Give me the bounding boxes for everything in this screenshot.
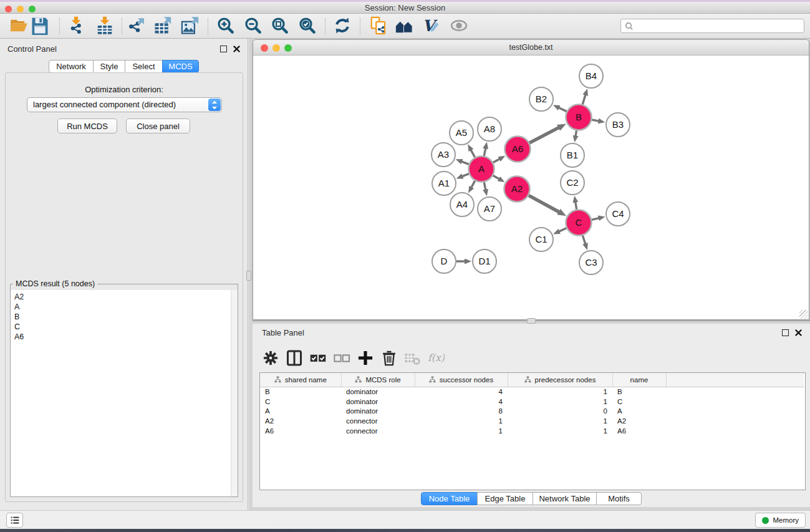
table-row[interactable]: Cdominator41C [260, 397, 804, 407]
graph-node-B4[interactable]: B4 [579, 64, 603, 88]
table-cell[interactable]: B [612, 387, 666, 397]
zoom-selected-icon[interactable] [298, 16, 317, 35]
table-cell[interactable]: C [260, 397, 341, 407]
show-all-networks-icon[interactable] [395, 16, 413, 35]
export-network-icon[interactable] [127, 16, 146, 35]
graph-edge-C-C3[interactable] [582, 236, 585, 244]
graph-node-B1[interactable]: B1 [561, 143, 584, 167]
graph-node-C3[interactable]: C3 [579, 251, 603, 274]
graph-edge-A-A8[interactable] [484, 148, 486, 156]
dropdown-stepper[interactable] [208, 99, 221, 111]
zoom-out-icon[interactable] [244, 16, 263, 35]
column-header-MCDS-role[interactable]: MCDS role [341, 373, 415, 387]
run-mcds-button[interactable]: Run MCDS [57, 118, 117, 133]
close-panel-icon[interactable] [233, 46, 240, 52]
criterion-dropdown[interactable]: largest connected component (directed) [27, 97, 222, 112]
table-cell[interactable]: connector [341, 426, 415, 436]
table-cell[interactable]: 8 [415, 407, 508, 417]
network-window-titlebar[interactable]: testGlobe.txt [253, 40, 809, 56]
graph-edge-A-A7[interactable] [484, 182, 486, 190]
unselect-all-icon[interactable] [333, 349, 350, 367]
save-session-icon[interactable] [31, 16, 49, 35]
table-cell[interactable] [666, 387, 804, 397]
graph-edge-B-B3[interactable] [592, 120, 599, 121]
tab-style[interactable]: Style [93, 60, 125, 73]
table-cell[interactable]: A2 [612, 416, 666, 426]
search-input[interactable] [636, 20, 801, 32]
close-panel-button[interactable]: Close panel [126, 118, 190, 133]
graph-node-B2[interactable]: B2 [529, 87, 553, 111]
graph-node-D[interactable]: D [432, 249, 456, 273]
graph-edge-A-A6[interactable] [493, 159, 500, 163]
graph-node-A3[interactable]: A3 [432, 143, 455, 167]
table-cell[interactable]: B [260, 387, 341, 397]
table-cell[interactable]: 1 [508, 397, 612, 407]
vizmapper-icon[interactable]: V [422, 16, 440, 35]
export-image-icon[interactable] [181, 16, 200, 35]
table-cell[interactable]: C [612, 397, 666, 407]
tab-select[interactable]: Select [125, 60, 163, 73]
table-cell[interactable] [666, 407, 804, 417]
table-row[interactable]: Adominator80A [260, 407, 804, 417]
table-cell[interactable]: A [260, 407, 341, 417]
table-row[interactable]: A6connector11A6 [260, 426, 804, 436]
column-header-name[interactable]: name [612, 373, 666, 387]
import-network-icon[interactable] [67, 16, 85, 35]
graph-edge-C-C1[interactable] [559, 228, 566, 232]
table-tab-edge-table[interactable]: Edge Table [477, 492, 533, 505]
table-tab-network-table[interactable]: Network Table [533, 492, 597, 505]
graph-node-B3[interactable]: B3 [606, 113, 630, 137]
graph-edge-A-A3[interactable] [461, 162, 469, 165]
graph-edge-B-B4[interactable] [582, 95, 586, 105]
graph-node-A2[interactable]: A2 [504, 177, 530, 202]
table-cell[interactable]: 1 [508, 387, 612, 397]
graph-node-D1[interactable]: D1 [473, 249, 496, 273]
graph-node-A8[interactable]: A8 [478, 117, 501, 141]
table-close-panel-icon[interactable] [795, 329, 802, 336]
graph-node-A7[interactable]: A7 [478, 197, 501, 221]
tab-mcds[interactable]: MCDS [162, 60, 199, 73]
network-canvas[interactable]: B4B2BB3A8A5A6A3B1AC2A1A2A4A7C4CC1DD1C3 [253, 56, 809, 319]
graph-edge-C-C2[interactable] [576, 202, 577, 210]
graph-edge-A6-B[interactable] [529, 127, 559, 143]
table-tab-node-table[interactable]: Node Table [421, 492, 478, 505]
tab-network[interactable]: Network [49, 60, 94, 73]
graph-edge-A-A1[interactable] [462, 174, 469, 177]
graph-node-A4[interactable]: A4 [450, 193, 474, 216]
table-cell[interactable]: dominator [341, 387, 415, 397]
table-cell[interactable]: 1 [415, 426, 508, 436]
add-row-icon[interactable] [357, 349, 374, 367]
graph-node-A5[interactable]: A5 [450, 121, 473, 145]
table-cell[interactable]: 4 [415, 387, 508, 397]
window-resize-grip[interactable] [799, 310, 808, 319]
float-panel-icon[interactable] [220, 46, 227, 52]
table-cell[interactable]: A2 [260, 416, 341, 426]
delete-row-icon[interactable] [380, 349, 398, 367]
column-header-shared-name[interactable]: shared name [260, 373, 341, 387]
graph-edge-A-A5[interactable] [471, 150, 475, 157]
delete-table-icon[interactable] [403, 349, 421, 367]
table-cell[interactable] [666, 426, 804, 436]
table-tab-motifs[interactable]: Motifs [596, 492, 642, 505]
result-list-scrollbar[interactable] [231, 290, 238, 496]
table-cell[interactable]: 4 [415, 397, 508, 407]
graph-edge-A-A2[interactable] [493, 176, 499, 180]
graph-node-C[interactable]: C [566, 210, 592, 236]
table-cell[interactable]: 0 [508, 407, 612, 417]
table-cell[interactable]: 1 [415, 416, 508, 426]
vertical-splitter-grip[interactable] [246, 271, 251, 281]
graph-node-C1[interactable]: C1 [529, 228, 553, 251]
table-row[interactable]: A2connector11A2 [260, 416, 804, 426]
mcds-result-item[interactable]: A [14, 302, 238, 312]
graph-edge-B-B2[interactable] [559, 108, 567, 112]
mcds-result-list[interactable]: A2ABCA6 [11, 290, 238, 496]
graph-node-B[interactable]: B [566, 105, 592, 130]
graph-edge-A2-C[interactable] [529, 195, 559, 212]
graph-node-A6[interactable]: A6 [505, 137, 531, 162]
column-header-empty[interactable] [666, 373, 804, 387]
column-header-successor-nodes[interactable]: successor nodes [415, 373, 508, 387]
graph-node-A1[interactable]: A1 [432, 172, 456, 195]
mcds-result-item[interactable]: A6 [14, 332, 238, 342]
select-all-icon[interactable] [309, 349, 327, 367]
column-header-predecessor-nodes[interactable]: predecessor nodes [508, 373, 612, 387]
